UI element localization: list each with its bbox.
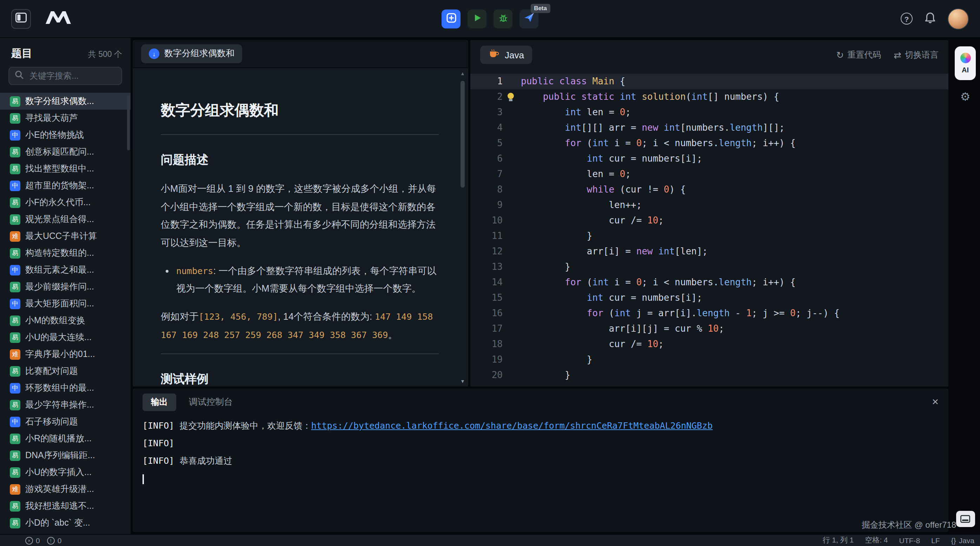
- paper-plane-icon: [524, 12, 534, 25]
- search-input[interactable]: [28, 70, 116, 81]
- code-line[interactable]: 8 while (cur != 0) {: [470, 182, 948, 198]
- switch-language-button[interactable]: ⇄切换语言: [894, 49, 939, 61]
- sidebar-scrollbar-thumb[interactable]: [127, 96, 130, 150]
- problem-list-item[interactable]: 易观光景点组合得...: [0, 211, 130, 228]
- problem-list-item[interactable]: 易创意标题匹配问...: [0, 143, 130, 160]
- language-chip[interactable]: Java: [480, 46, 533, 64]
- divider: [161, 134, 439, 135]
- problem-list-item[interactable]: 易构造特定数组的...: [0, 244, 130, 262]
- logo[interactable]: [45, 10, 72, 27]
- code-line[interactable]: 14 for (int i = 0; i < numbers.length; i…: [470, 275, 948, 290]
- code-line[interactable]: 13 }: [470, 259, 948, 275]
- problem-list-item[interactable]: 易小R的随机播放...: [0, 430, 130, 447]
- problem-list-item[interactable]: 易最少前缀操作问...: [0, 278, 130, 295]
- problem-tab[interactable]: ↓ 数字分组求偶数和: [141, 44, 242, 63]
- output-console-panel: 输出 调试控制台 × [INFO] 提交功能内测体验中，欢迎反馈：https:/…: [133, 389, 948, 532]
- line-number: 8: [470, 182, 503, 198]
- problem-list-item[interactable]: 中石子移动问题: [0, 413, 130, 430]
- code-area[interactable]: 1public class Main {2 public static int …: [470, 70, 948, 386]
- code-line[interactable]: 19 }: [470, 352, 948, 367]
- notifications-bell-icon[interactable]: [924, 11, 936, 26]
- sidebar-toggle-button[interactable]: [11, 9, 31, 29]
- top-bar-right: ?: [900, 8, 980, 29]
- code-line[interactable]: 9 len++;: [470, 198, 948, 213]
- cursor-position[interactable]: 行 1, 列 1: [822, 535, 854, 545]
- debug-button[interactable]: [493, 9, 512, 28]
- encoding-setting[interactable]: UTF-8: [899, 536, 920, 544]
- problem-list-item[interactable]: 易数字分组求偶数...: [0, 93, 130, 110]
- problem-list-item[interactable]: 中环形数组中的最...: [0, 380, 130, 396]
- problem-list-item[interactable]: 易小U的最大连续...: [0, 329, 130, 346]
- feedback-link[interactable]: https://bytedance.larkoffice.com/share/b…: [311, 420, 713, 431]
- problem-list-item[interactable]: 易小D的 `abc` 变...: [0, 514, 130, 531]
- code-line[interactable]: 6 int cur = numbers[i];: [470, 151, 948, 166]
- problem-list-item[interactable]: 难最大UCC子串计算: [0, 228, 130, 244]
- problem-list-item[interactable]: 易小M的数组变换: [0, 312, 130, 329]
- lightbulb-icon[interactable]: [508, 93, 514, 99]
- help-icon[interactable]: ?: [900, 13, 913, 25]
- line-number: 12: [470, 244, 503, 259]
- code-line[interactable]: 3 int len = 0;: [470, 105, 948, 120]
- problem-list-item[interactable]: 难游戏英雄升级潜...: [0, 481, 130, 498]
- user-avatar[interactable]: [948, 8, 969, 29]
- code-line[interactable]: 11 }: [470, 228, 948, 244]
- problem-title: 观光景点组合得...: [25, 213, 94, 225]
- example-prefix: 例如对于: [161, 311, 199, 322]
- tab-debug-console[interactable]: 调试控制台: [189, 396, 233, 408]
- reset-code-button[interactable]: ↻重置代码: [836, 49, 881, 61]
- settings-gear-icon[interactable]: ⚙: [960, 91, 970, 102]
- eol-setting[interactable]: LF: [931, 536, 940, 544]
- code-line[interactable]: 4 int[][] arr = new int[numbers.length][…: [470, 120, 948, 136]
- code-line[interactable]: 17 arr[i][j] = cur % 10;: [470, 321, 948, 337]
- problem-list-item[interactable]: 难字典序最小的01...: [0, 346, 130, 362]
- ai-assistant-button[interactable]: AI: [955, 46, 976, 80]
- problem-list-item[interactable]: 易找出整型数组中...: [0, 160, 130, 177]
- code-line[interactable]: 7 len = 0;: [470, 166, 948, 182]
- run-button[interactable]: [468, 9, 487, 28]
- problem-list-item[interactable]: 中最大矩形面积问...: [0, 295, 130, 312]
- difficulty-badge-easy: 易: [10, 147, 21, 157]
- problem-list-item[interactable]: 易我好想逃却逃不...: [0, 498, 130, 514]
- code-text: while (cur != 0) {: [521, 182, 948, 198]
- code-line[interactable]: 1public class Main {: [470, 74, 948, 89]
- toolbar-actions: Beta: [442, 9, 538, 28]
- warnings-counter[interactable]: !0: [47, 536, 62, 544]
- problem-list-item[interactable]: 易最少字符串操作...: [0, 396, 130, 413]
- errors-counter[interactable]: ×0: [25, 536, 40, 544]
- code-line[interactable]: 15 int cur = numbers[i];: [470, 290, 948, 306]
- code-line[interactable]: 12 arr[i] = new int[len];: [470, 244, 948, 259]
- problem-scrollbar[interactable]: ▲ ▼: [458, 71, 467, 384]
- code-line[interactable]: 16 for (int j = arr[i].length - 1; j >= …: [470, 306, 948, 321]
- bottom-panel-toggle-button[interactable]: [956, 511, 975, 527]
- problem-list-item[interactable]: 易寻找最大葫芦: [0, 110, 130, 126]
- problem-list-item[interactable]: 易比赛配对问题: [0, 362, 130, 380]
- scrollbar-thumb[interactable]: [460, 81, 465, 188]
- problem-list-item[interactable]: 中数组元素之和最...: [0, 262, 130, 278]
- indentation-setting[interactable]: 空格: 4: [865, 535, 888, 545]
- tab-output[interactable]: 输出: [143, 393, 176, 411]
- difficulty-badge-easy: 易: [10, 433, 21, 444]
- add-button[interactable]: [442, 9, 460, 28]
- problems-status[interactable]: ×0 !0: [0, 536, 61, 544]
- scroll-down-icon[interactable]: ▼: [458, 379, 467, 384]
- difficulty-badge-easy: 易: [10, 163, 21, 174]
- problem-list-item[interactable]: 中小E的怪物挑战: [0, 126, 130, 143]
- difficulty-badge-medium: 中: [10, 383, 21, 393]
- search-box[interactable]: [8, 67, 122, 85]
- problem-list-item[interactable]: 易小U的数字插入...: [0, 464, 130, 481]
- problem-list-item[interactable]: 易小F的永久代币...: [0, 194, 130, 211]
- problem-title: 最大矩形面积问...: [25, 298, 94, 310]
- submit-button[interactable]: Beta: [520, 9, 538, 28]
- problem-list-item[interactable]: 易DNA序列编辑距...: [0, 447, 130, 464]
- problem-list-item[interactable]: 中超市里的货物架...: [0, 177, 130, 194]
- scroll-up-icon[interactable]: ▲: [458, 71, 467, 76]
- close-console-icon[interactable]: ×: [932, 396, 939, 407]
- code-line[interactable]: 18 cur /= 10;: [470, 337, 948, 352]
- language-mode[interactable]: {}Java: [951, 536, 974, 544]
- code-line[interactable]: 2 public static int solution(int[] numbe…: [470, 89, 948, 105]
- code-line[interactable]: 5 for (int i = 0; i < numbers.length; i+…: [470, 136, 948, 151]
- param-item: numbers: 一个由多个整数字符串组成的列表，每个字符串可以视为一个数字组。…: [176, 262, 439, 298]
- code-line[interactable]: 10 cur /= 10;: [470, 213, 948, 228]
- code-line[interactable]: 20 }: [470, 367, 948, 383]
- difficulty-badge-easy: 易: [10, 366, 21, 376]
